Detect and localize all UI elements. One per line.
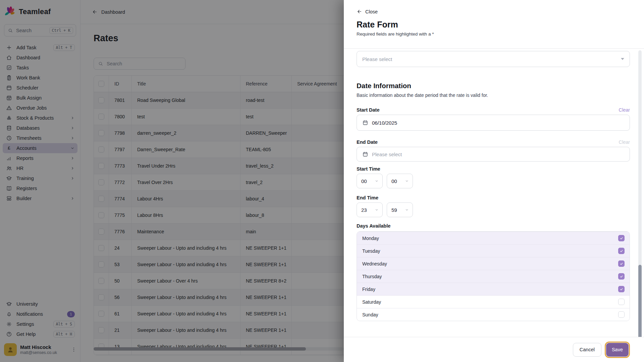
days-available-list: Monday Tuesday Wednesday Thursday Friday [357,231,630,321]
day-label: Tuesday [362,248,380,254]
section-description: Basic information about the date period … [357,93,630,98]
start-time-hour-select[interactable]: 00 [357,174,383,188]
chevron-down-icon [375,179,379,183]
dropdown-arrow-icon [621,58,624,60]
calendar-icon [362,151,368,157]
day-label: Sunday [362,312,378,317]
top-select[interactable]: Please select [357,51,630,67]
end-time-hour-value: 23 [361,207,367,213]
day-row[interactable]: Wednesday [357,257,630,270]
start-time-minute-value: 00 [391,178,397,184]
day-checkbox[interactable] [618,235,625,241]
day-checkbox[interactable] [618,286,625,292]
end-time-minute-value: 59 [391,207,397,213]
end-time-minute-select[interactable]: 59 [387,202,413,217]
day-row[interactable]: Sunday [357,308,630,321]
end-time-label: End Time [357,195,630,200]
day-label: Saturday [362,299,381,305]
top-select-placeholder: Please select [362,56,392,62]
day-checkbox[interactable] [618,260,625,267]
start-time-minute-select[interactable]: 00 [387,174,413,188]
day-checkbox[interactable] [618,248,625,254]
drawer-footer: Cancel Save [344,337,644,362]
chevron-down-icon [375,208,379,212]
close-button[interactable]: Close [357,9,378,14]
end-time-hour-select[interactable]: 23 [357,202,383,217]
drawer-title: Rate Form [357,19,629,29]
cancel-button[interactable]: Cancel [573,343,601,357]
day-label: Friday [362,287,375,292]
drawer-body: Please select Date Information Basic inf… [344,49,644,337]
chevron-down-icon [405,208,409,212]
chevron-down-icon [405,179,409,183]
end-date-label: End Date [357,139,378,145]
arrow-left-icon [357,9,362,14]
vertical-scrollbar-track [638,50,642,348]
day-label: Wednesday [362,261,387,266]
calendar-icon [362,120,368,126]
app-screen: Teamleaf Search Ctrl + K Add Task Alt + … [0,0,644,362]
day-checkbox[interactable] [618,311,625,318]
section-title: Date Information [357,81,630,90]
day-checkbox[interactable] [618,299,625,305]
start-time-hour-value: 00 [361,178,367,184]
start-date-value: 06/10/2025 [372,120,397,126]
day-row[interactable]: Friday [357,283,630,295]
day-row[interactable]: Thursday [357,270,630,283]
drawer-header: Close Rate Form Required fields are high… [344,0,644,49]
save-button[interactable]: Save [606,343,629,357]
start-date-label: Start Date [357,107,380,113]
days-available-label: Days Available [357,223,630,229]
end-date-placeholder: Please select [372,152,402,157]
close-label: Close [365,9,378,14]
vertical-scrollbar-thumb[interactable] [638,265,642,347]
day-label: Monday [362,236,379,241]
day-row[interactable]: Monday [357,232,630,244]
day-row[interactable]: Tuesday [357,244,630,257]
start-time-label: Start Time [357,166,630,172]
start-date-input[interactable]: 06/10/2025 [357,115,630,131]
drawer-subtitle: Required fields are highlighted with a * [357,32,629,37]
rate-form-drawer: Close Rate Form Required fields are high… [344,0,644,362]
day-row[interactable]: Saturday [357,295,630,308]
end-date-input[interactable]: Please select [357,147,630,162]
day-label: Thursday [362,274,382,279]
end-date-clear-button: Clear [619,139,630,145]
start-date-clear-button[interactable]: Clear [619,107,630,113]
day-checkbox[interactable] [618,273,625,280]
